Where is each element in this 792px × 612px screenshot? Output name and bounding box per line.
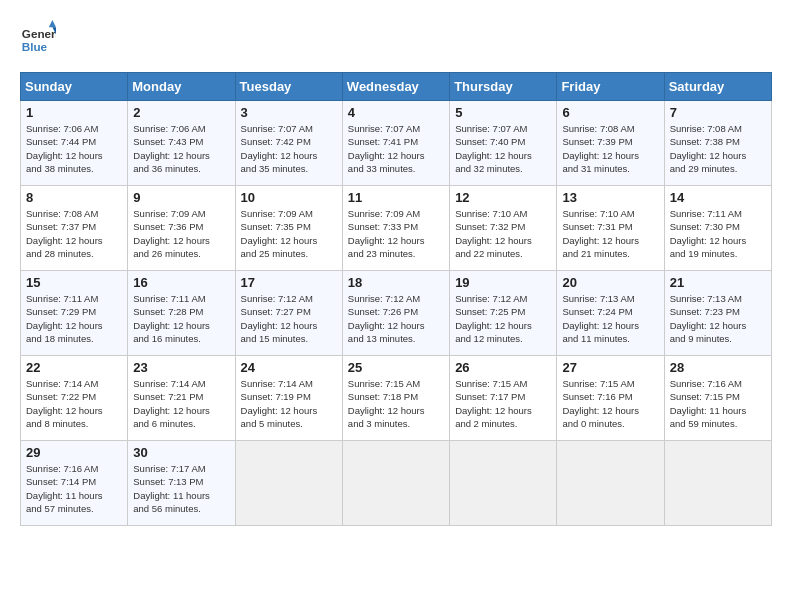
- logo-icon: General Blue: [20, 20, 56, 56]
- day-info: Sunrise: 7:14 AM Sunset: 7:19 PM Dayligh…: [241, 377, 337, 430]
- day-info: Sunrise: 7:10 AM Sunset: 7:32 PM Dayligh…: [455, 207, 551, 260]
- day-info: Sunrise: 7:14 AM Sunset: 7:22 PM Dayligh…: [26, 377, 122, 430]
- week-row-4: 22Sunrise: 7:14 AM Sunset: 7:22 PM Dayli…: [21, 356, 772, 441]
- day-cell: 23Sunrise: 7:14 AM Sunset: 7:21 PM Dayli…: [128, 356, 235, 441]
- day-number: 14: [670, 190, 766, 205]
- day-cell: 12Sunrise: 7:10 AM Sunset: 7:32 PM Dayli…: [450, 186, 557, 271]
- day-info: Sunrise: 7:07 AM Sunset: 7:40 PM Dayligh…: [455, 122, 551, 175]
- day-cell: 8Sunrise: 7:08 AM Sunset: 7:37 PM Daylig…: [21, 186, 128, 271]
- weekday-row: SundayMondayTuesdayWednesdayThursdayFrid…: [21, 73, 772, 101]
- day-info: Sunrise: 7:14 AM Sunset: 7:21 PM Dayligh…: [133, 377, 229, 430]
- day-cell: 11Sunrise: 7:09 AM Sunset: 7:33 PM Dayli…: [342, 186, 449, 271]
- logo: General Blue: [20, 20, 60, 56]
- day-number: 11: [348, 190, 444, 205]
- weekday-header-saturday: Saturday: [664, 73, 771, 101]
- day-info: Sunrise: 7:12 AM Sunset: 7:26 PM Dayligh…: [348, 292, 444, 345]
- day-number: 15: [26, 275, 122, 290]
- day-cell: [342, 441, 449, 526]
- day-cell: 18Sunrise: 7:12 AM Sunset: 7:26 PM Dayli…: [342, 271, 449, 356]
- header: General Blue: [20, 20, 772, 56]
- day-info: Sunrise: 7:16 AM Sunset: 7:14 PM Dayligh…: [26, 462, 122, 515]
- day-number: 22: [26, 360, 122, 375]
- day-info: Sunrise: 7:11 AM Sunset: 7:29 PM Dayligh…: [26, 292, 122, 345]
- day-cell: 26Sunrise: 7:15 AM Sunset: 7:17 PM Dayli…: [450, 356, 557, 441]
- day-number: 29: [26, 445, 122, 460]
- week-row-5: 29Sunrise: 7:16 AM Sunset: 7:14 PM Dayli…: [21, 441, 772, 526]
- day-info: Sunrise: 7:16 AM Sunset: 7:15 PM Dayligh…: [670, 377, 766, 430]
- day-number: 13: [562, 190, 658, 205]
- day-number: 24: [241, 360, 337, 375]
- day-cell: 10Sunrise: 7:09 AM Sunset: 7:35 PM Dayli…: [235, 186, 342, 271]
- calendar: SundayMondayTuesdayWednesdayThursdayFrid…: [20, 72, 772, 526]
- day-cell: 9Sunrise: 7:09 AM Sunset: 7:36 PM Daylig…: [128, 186, 235, 271]
- day-info: Sunrise: 7:06 AM Sunset: 7:44 PM Dayligh…: [26, 122, 122, 175]
- day-info: Sunrise: 7:13 AM Sunset: 7:24 PM Dayligh…: [562, 292, 658, 345]
- day-info: Sunrise: 7:13 AM Sunset: 7:23 PM Dayligh…: [670, 292, 766, 345]
- week-row-2: 8Sunrise: 7:08 AM Sunset: 7:37 PM Daylig…: [21, 186, 772, 271]
- day-number: 17: [241, 275, 337, 290]
- day-cell: 17Sunrise: 7:12 AM Sunset: 7:27 PM Dayli…: [235, 271, 342, 356]
- day-cell: 24Sunrise: 7:14 AM Sunset: 7:19 PM Dayli…: [235, 356, 342, 441]
- day-info: Sunrise: 7:17 AM Sunset: 7:13 PM Dayligh…: [133, 462, 229, 515]
- day-cell: 19Sunrise: 7:12 AM Sunset: 7:25 PM Dayli…: [450, 271, 557, 356]
- svg-text:Blue: Blue: [22, 40, 48, 53]
- day-cell: 16Sunrise: 7:11 AM Sunset: 7:28 PM Dayli…: [128, 271, 235, 356]
- day-number: 9: [133, 190, 229, 205]
- day-number: 2: [133, 105, 229, 120]
- day-cell: 13Sunrise: 7:10 AM Sunset: 7:31 PM Dayli…: [557, 186, 664, 271]
- day-cell: 28Sunrise: 7:16 AM Sunset: 7:15 PM Dayli…: [664, 356, 771, 441]
- week-row-1: 1Sunrise: 7:06 AM Sunset: 7:44 PM Daylig…: [21, 101, 772, 186]
- day-number: 19: [455, 275, 551, 290]
- day-number: 5: [455, 105, 551, 120]
- calendar-body: 1Sunrise: 7:06 AM Sunset: 7:44 PM Daylig…: [21, 101, 772, 526]
- day-number: 1: [26, 105, 122, 120]
- day-info: Sunrise: 7:10 AM Sunset: 7:31 PM Dayligh…: [562, 207, 658, 260]
- day-info: Sunrise: 7:09 AM Sunset: 7:36 PM Dayligh…: [133, 207, 229, 260]
- day-number: 10: [241, 190, 337, 205]
- day-info: Sunrise: 7:11 AM Sunset: 7:30 PM Dayligh…: [670, 207, 766, 260]
- day-cell: 4Sunrise: 7:07 AM Sunset: 7:41 PM Daylig…: [342, 101, 449, 186]
- day-info: Sunrise: 7:07 AM Sunset: 7:41 PM Dayligh…: [348, 122, 444, 175]
- day-info: Sunrise: 7:09 AM Sunset: 7:35 PM Dayligh…: [241, 207, 337, 260]
- day-number: 7: [670, 105, 766, 120]
- day-number: 3: [241, 105, 337, 120]
- day-info: Sunrise: 7:11 AM Sunset: 7:28 PM Dayligh…: [133, 292, 229, 345]
- day-cell: [235, 441, 342, 526]
- day-number: 30: [133, 445, 229, 460]
- weekday-header-monday: Monday: [128, 73, 235, 101]
- day-number: 4: [348, 105, 444, 120]
- day-cell: 15Sunrise: 7:11 AM Sunset: 7:29 PM Dayli…: [21, 271, 128, 356]
- day-info: Sunrise: 7:06 AM Sunset: 7:43 PM Dayligh…: [133, 122, 229, 175]
- day-number: 20: [562, 275, 658, 290]
- day-cell: [557, 441, 664, 526]
- svg-marker-2: [49, 20, 56, 27]
- day-number: 12: [455, 190, 551, 205]
- day-info: Sunrise: 7:15 AM Sunset: 7:18 PM Dayligh…: [348, 377, 444, 430]
- day-cell: 25Sunrise: 7:15 AM Sunset: 7:18 PM Dayli…: [342, 356, 449, 441]
- day-info: Sunrise: 7:12 AM Sunset: 7:27 PM Dayligh…: [241, 292, 337, 345]
- day-cell: 7Sunrise: 7:08 AM Sunset: 7:38 PM Daylig…: [664, 101, 771, 186]
- day-cell: 2Sunrise: 7:06 AM Sunset: 7:43 PM Daylig…: [128, 101, 235, 186]
- day-info: Sunrise: 7:07 AM Sunset: 7:42 PM Dayligh…: [241, 122, 337, 175]
- day-cell: 22Sunrise: 7:14 AM Sunset: 7:22 PM Dayli…: [21, 356, 128, 441]
- day-info: Sunrise: 7:08 AM Sunset: 7:38 PM Dayligh…: [670, 122, 766, 175]
- day-number: 27: [562, 360, 658, 375]
- day-number: 23: [133, 360, 229, 375]
- week-row-3: 15Sunrise: 7:11 AM Sunset: 7:29 PM Dayli…: [21, 271, 772, 356]
- day-number: 21: [670, 275, 766, 290]
- day-cell: 14Sunrise: 7:11 AM Sunset: 7:30 PM Dayli…: [664, 186, 771, 271]
- weekday-header-thursday: Thursday: [450, 73, 557, 101]
- day-cell: 20Sunrise: 7:13 AM Sunset: 7:24 PM Dayli…: [557, 271, 664, 356]
- weekday-header-wednesday: Wednesday: [342, 73, 449, 101]
- day-cell: 27Sunrise: 7:15 AM Sunset: 7:16 PM Dayli…: [557, 356, 664, 441]
- day-cell: 6Sunrise: 7:08 AM Sunset: 7:39 PM Daylig…: [557, 101, 664, 186]
- svg-text:General: General: [22, 27, 56, 40]
- day-info: Sunrise: 7:15 AM Sunset: 7:17 PM Dayligh…: [455, 377, 551, 430]
- day-cell: 30Sunrise: 7:17 AM Sunset: 7:13 PM Dayli…: [128, 441, 235, 526]
- day-cell: 29Sunrise: 7:16 AM Sunset: 7:14 PM Dayli…: [21, 441, 128, 526]
- day-cell: 5Sunrise: 7:07 AM Sunset: 7:40 PM Daylig…: [450, 101, 557, 186]
- weekday-header-tuesday: Tuesday: [235, 73, 342, 101]
- weekday-header-friday: Friday: [557, 73, 664, 101]
- day-number: 18: [348, 275, 444, 290]
- day-number: 25: [348, 360, 444, 375]
